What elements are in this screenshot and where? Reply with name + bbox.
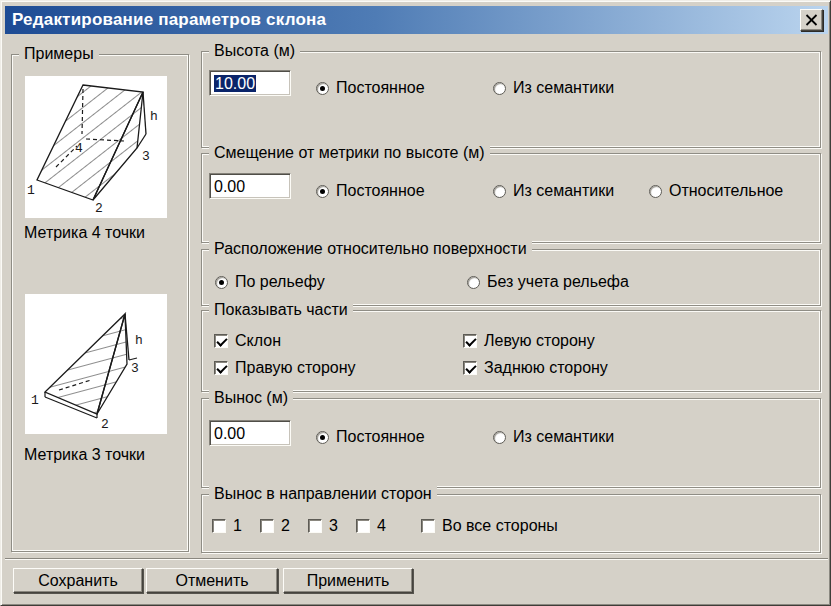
- parts-group: Показывать части Склон Левую сторону Пра…: [201, 310, 821, 392]
- checkbox-label: Левую сторону: [484, 332, 595, 350]
- button-area-divider: [5, 558, 828, 560]
- checkbox-label: 4: [377, 517, 386, 535]
- radio-label: Постоянное: [336, 428, 425, 446]
- radio-icon[interactable]: [316, 431, 329, 444]
- checkbox-label: Склон: [235, 332, 281, 350]
- radio-label: Из семантики: [513, 79, 614, 97]
- radio-label: Из семантики: [513, 182, 614, 200]
- surface-option-relief[interactable]: По рельефу: [215, 273, 325, 291]
- side-4-checkbox[interactable]: 4: [356, 517, 386, 535]
- offset-input-value: 0.00: [214, 178, 245, 195]
- checkbox-icon[interactable]: [260, 519, 274, 533]
- offset-option-relative[interactable]: Относительное: [649, 182, 783, 200]
- dialog-window: Редактирование параметров склона Примеры: [0, 0, 831, 606]
- offset-group-title: Смещение от метрики по высоте (м): [209, 144, 490, 162]
- offset-input[interactable]: 0.00: [209, 173, 291, 199]
- checkbox-icon[interactable]: [356, 519, 370, 533]
- radio-icon[interactable]: [316, 185, 329, 198]
- figure2-point2-label: 2: [101, 417, 109, 432]
- close-icon: [805, 14, 818, 26]
- offset-option-constant[interactable]: Постоянное: [316, 182, 425, 200]
- title-bar[interactable]: Редактирование параметров склона: [5, 6, 828, 34]
- radio-icon[interactable]: [215, 276, 228, 289]
- parts-group-title: Показывать части: [209, 301, 353, 319]
- side-1-checkbox[interactable]: 1: [212, 517, 242, 535]
- radio-icon[interactable]: [493, 431, 506, 444]
- slope-4-points-drawing: 1 2 3 4 h: [25, 76, 167, 218]
- radio-icon[interactable]: [467, 276, 480, 289]
- surface-option-no-relief[interactable]: Без учета рельефа: [467, 273, 629, 291]
- radio-label: Постоянное: [336, 79, 425, 97]
- examples-group-title: Примеры: [19, 45, 99, 63]
- apply-button[interactable]: Применить: [283, 568, 413, 593]
- height-input-value: 10.00: [214, 75, 256, 92]
- height-group-title: Высота (м): [209, 42, 300, 60]
- side-3-checkbox[interactable]: 3: [308, 517, 338, 535]
- cancel-button[interactable]: Отменить: [146, 568, 278, 593]
- save-button[interactable]: Сохранить: [13, 568, 143, 593]
- metric-3-points-caption: Метрика 3 точки: [24, 446, 145, 464]
- radio-label: Относительное: [669, 182, 783, 200]
- extension-sides-group-title: Вынос в направлении сторон: [209, 485, 437, 503]
- extension-option-semantic[interactable]: Из семантики: [493, 428, 614, 446]
- height-input[interactable]: 10.00: [209, 70, 291, 96]
- height-option-constant[interactable]: Постоянное: [316, 79, 425, 97]
- figure1-point1-label: 1: [27, 183, 35, 198]
- surface-group: Расположение относительно поверхности По…: [201, 249, 821, 306]
- extension-group-title: Вынос (м): [209, 389, 293, 407]
- checkbox-label: Заднюю сторону: [484, 359, 608, 377]
- checkbox-label: Правую сторону: [235, 359, 356, 377]
- radio-icon[interactable]: [316, 82, 329, 95]
- examples-group: Примеры 1 2 3 4 h: [11, 54, 189, 552]
- height-option-semantic[interactable]: Из семантики: [493, 79, 614, 97]
- checkbox-label: Во все стороны: [442, 517, 558, 535]
- side-2-checkbox[interactable]: 2: [260, 517, 290, 535]
- part-back-side-checkbox[interactable]: Заднюю сторону: [463, 359, 608, 377]
- radio-label: Из семантики: [513, 428, 614, 446]
- radio-label: Постоянное: [336, 182, 425, 200]
- checkbox-label: 3: [329, 517, 338, 535]
- figure2-point1-label: 1: [31, 393, 39, 408]
- figure1-height-label: h: [150, 109, 158, 124]
- metric-3-points-figure: 1 2 3 h: [25, 294, 167, 434]
- all-sides-checkbox[interactable]: Во все стороны: [421, 517, 558, 535]
- window-title: Редактирование параметров склона: [5, 10, 326, 30]
- radio-icon[interactable]: [493, 185, 506, 198]
- part-right-side-checkbox[interactable]: Правую сторону: [214, 359, 356, 377]
- figure1-point2-label: 2: [95, 201, 103, 216]
- figure2-point3-label: 3: [131, 361, 139, 376]
- extension-option-constant[interactable]: Постоянное: [316, 428, 425, 446]
- height-group: Высота (м) 10.00 Постоянное Из семантики: [201, 51, 821, 148]
- extension-sides-group: Вынос в направлении сторон 1 2 3 4 Во вс…: [201, 494, 821, 553]
- offset-option-semantic[interactable]: Из семантики: [493, 182, 614, 200]
- checkbox-icon[interactable]: [214, 334, 228, 348]
- radio-icon[interactable]: [649, 185, 662, 198]
- extension-input[interactable]: 0.00: [209, 420, 291, 446]
- figure1-point4-label: 4: [75, 141, 83, 156]
- checkbox-icon[interactable]: [308, 519, 322, 533]
- checkbox-label: 2: [281, 517, 290, 535]
- part-slope-checkbox[interactable]: Склон: [214, 332, 281, 350]
- offset-group: Смещение от метрики по высоте (м) 0.00 П…: [201, 153, 821, 243]
- slope-3-points-drawing: 1 2 3 h: [25, 294, 167, 434]
- checkbox-icon[interactable]: [463, 334, 477, 348]
- radio-label: Без учета рельефа: [487, 273, 629, 291]
- figure1-point3-label: 3: [142, 149, 150, 164]
- checkbox-icon[interactable]: [212, 519, 226, 533]
- extension-group: Вынос (м) 0.00 Постоянное Из семантики: [201, 398, 821, 488]
- figure2-height-label: h: [135, 333, 143, 348]
- metric-4-points-figure: 1 2 3 4 h: [25, 76, 167, 218]
- part-left-side-checkbox[interactable]: Левую сторону: [463, 332, 595, 350]
- checkbox-icon[interactable]: [463, 361, 477, 375]
- checkbox-label: 1: [233, 517, 242, 535]
- radio-icon[interactable]: [493, 82, 506, 95]
- metric-4-points-caption: Метрика 4 точки: [24, 224, 145, 242]
- checkbox-icon[interactable]: [214, 361, 228, 375]
- radio-label: По рельефу: [235, 273, 325, 291]
- extension-input-value: 0.00: [214, 425, 245, 442]
- close-button[interactable]: [800, 9, 823, 31]
- checkbox-icon[interactable]: [421, 519, 435, 533]
- surface-group-title: Расположение относительно поверхности: [209, 240, 532, 258]
